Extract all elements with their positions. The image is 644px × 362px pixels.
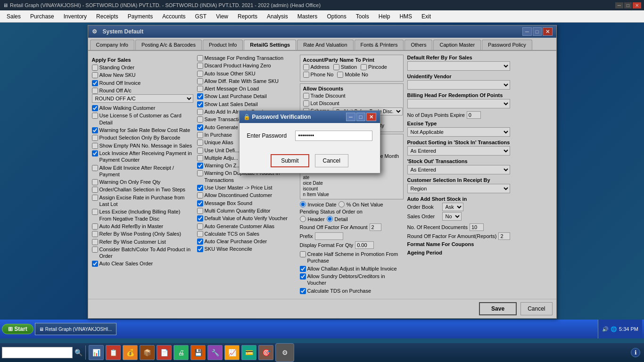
active-task-button[interactable]: 🖥 Retail Graph (VINAYAKJOSHI... — [35, 323, 116, 335]
pw-icon: 🔒 — [243, 114, 250, 120]
menu-hms[interactable]: HMS — [395, 12, 417, 21]
system-tray: 🔊 🌐 5:34 PM — [598, 320, 642, 338]
taskbar-separator — [85, 346, 86, 360]
pw-minimize[interactable]: ─ — [346, 113, 355, 121]
pw-controls[interactable]: ─ □ ✕ — [346, 113, 376, 121]
taskbar-icon-9[interactable]: 📈 — [224, 345, 239, 360]
password-dialog: 🔒 Password Verification ─ □ ✕ Enter Pass… — [239, 110, 380, 173]
menu-reports[interactable]: Reports — [233, 12, 262, 21]
menu-receipts[interactable]: Receipts — [91, 12, 123, 21]
menu-masters[interactable]: Masters — [293, 12, 322, 21]
pw-cancel-button[interactable]: Cancel — [315, 154, 348, 167]
main-area: ⚙ System Default ─ □ ✕ Company Info Post… — [0, 23, 644, 320]
taskbar-search-input[interactable] — [2, 347, 73, 358]
window-controls[interactable]: ─ □ ✕ — [615, 2, 641, 8]
title-bar: 🖥 Retail Graph (VINAYAKJOSHI) - SOFTWORL… — [0, 0, 644, 10]
app-taskbar: 🔍 📊 📋 💰 📦 📄 🖨 💾 🔧 📈 💳 🎯 ⚙ ℹ — [0, 343, 644, 362]
windows-taskbar: ⊞ Start 🖥 Retail Graph (VINAYAKJOSHI... … — [0, 320, 644, 338]
menu-payments[interactable]: Payments — [123, 12, 157, 21]
pw-close[interactable]: ✕ — [366, 113, 376, 121]
pw-dialog-titlebar: 🔒 Password Verification ─ □ ✕ — [239, 111, 380, 123]
taskbar-icon-5[interactable]: 📄 — [157, 345, 172, 360]
system-default-dialog: ⚙ System Default ─ □ ✕ Company Info Post… — [88, 25, 557, 319]
menu-analysis[interactable]: Analysis — [262, 12, 293, 21]
menu-inventory[interactable]: Inventory — [59, 12, 91, 21]
clock: 5:34 PM — [619, 326, 638, 332]
taskbar-icon-4[interactable]: 📦 — [140, 345, 155, 360]
taskbar-icon-11[interactable]: 🎯 — [258, 345, 273, 360]
info-icon[interactable]: ℹ — [631, 348, 640, 357]
menu-purchase[interactable]: Purchase — [25, 12, 59, 21]
taskbar-search-icon[interactable]: 🔍 — [74, 349, 83, 356]
pw-maximize[interactable]: □ — [356, 113, 365, 121]
task-icon: 🖥 — [39, 327, 44, 332]
submit-button[interactable]: Submit — [271, 154, 309, 167]
menu-help[interactable]: Help — [374, 12, 395, 21]
taskbar-icon-7[interactable]: 💾 — [190, 345, 206, 360]
taskbar-icon-3[interactable]: 💰 — [123, 345, 138, 360]
pw-buttons: Submit Cancel — [239, 154, 380, 173]
menu-accounts[interactable]: Accounts — [157, 12, 190, 21]
pw-content: Enter Password — [239, 123, 380, 154]
menu-gst[interactable]: GST — [190, 12, 212, 21]
start-button[interactable]: ⊞ Start — [2, 324, 33, 334]
title-text: 🖥 Retail Graph (VINAYAKJOSHI) - SOFTWORL… — [3, 2, 321, 8]
menu-options[interactable]: Options — [322, 12, 351, 21]
menu-sales[interactable]: Sales — [2, 12, 25, 21]
taskbar-icon-6[interactable]: 🖨 — [173, 345, 189, 360]
menu-exit[interactable]: Exit — [417, 12, 436, 21]
menu-tools[interactable]: Tools — [351, 12, 374, 21]
pw-input[interactable] — [295, 131, 372, 141]
maximize-button[interactable]: □ — [624, 2, 632, 8]
taskbar-icon-1[interactable]: 📊 — [89, 345, 104, 360]
tray-icon-1: 🔊 — [602, 326, 609, 332]
taskbar-icon-8[interactable]: 🔧 — [207, 345, 223, 360]
minimize-button[interactable]: ─ — [615, 2, 623, 8]
tray-icon-2: 🌐 — [611, 326, 617, 332]
taskbar-icon-10[interactable]: 💳 — [241, 345, 256, 360]
taskbar-icon-12[interactable]: ⚙ — [275, 343, 294, 362]
pw-row: Enter Password — [247, 131, 372, 141]
menu-view[interactable]: View — [211, 12, 233, 21]
pw-label: Enter Password — [247, 132, 291, 139]
menu-bar: Sales Purchase Inventory Receipts Paymen… — [0, 10, 644, 23]
close-button[interactable]: ✕ — [633, 2, 641, 8]
taskbar-icon-2[interactable]: 📋 — [106, 345, 121, 360]
